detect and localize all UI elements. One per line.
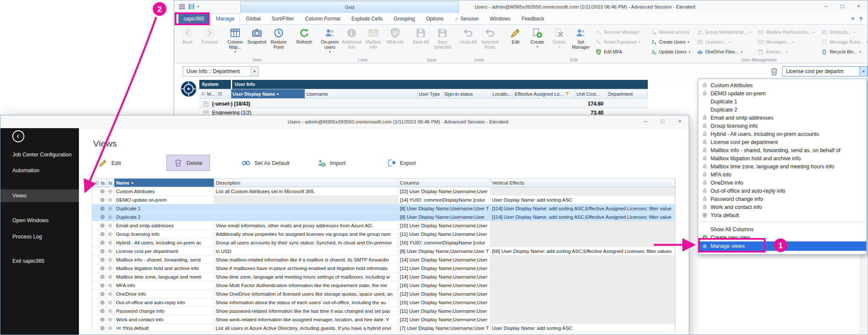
view-option-duplicate-2[interactable]: Duplicate 2	[698, 106, 866, 114]
view-option-demo-update-on-prem[interactable]: DEMO update on-prem	[698, 89, 866, 97]
ribbon-button-mfa-info[interactable]: MFA info	[384, 26, 406, 56]
view-option-ytria-default[interactable]: Ytria default	[698, 211, 866, 219]
tab-sort-filter[interactable]: Sort/Filter	[267, 14, 299, 24]
view-option-password-change-info[interactable]: Password change info	[698, 195, 866, 203]
view-command-manage-views[interactable]: Manage views	[698, 241, 866, 251]
views-table-row-email-and-smtp-addresses[interactable]: Email and smtp addressesView email infor…	[92, 221, 675, 230]
back-button[interactable]	[12, 130, 24, 142]
ribbon-button-licenses[interactable]: Licenses...▾	[695, 38, 753, 46]
ribbon-button-mailbox-permissions[interactable]: Mailbox Permissions...▾	[756, 28, 816, 36]
grid-column-unit-cost[interactable]: Unit Cost...	[575, 89, 607, 99]
view-option-custom-attributes[interactable]: Custom Attributes	[698, 81, 866, 89]
ribbon-button-selected-rows[interactable]: Selected Rows	[479, 26, 501, 56]
grid-column-user-type[interactable]: User Type	[417, 89, 443, 99]
grid-view-selector[interactable]: License cost per departm ▾	[782, 66, 868, 76]
views-column-is-2[interactable]: Is...	[107, 179, 114, 187]
views-column-icon-0[interactable]	[92, 179, 99, 187]
ribbon-button-onedrive-files[interactable]: OneDrive Files...▾	[695, 47, 753, 56]
department-view-selector[interactable]: User Info :: Department ▾	[183, 66, 259, 76]
close-button[interactable]: ×	[854, 2, 863, 11]
expand-icon[interactable]: +	[204, 111, 208, 115]
view-option-mfa-info[interactable]: MFA info	[698, 170, 866, 179]
ribbon-button-contacts[interactable]: Contacts...▾	[819, 28, 868, 36]
ribbon-button-edit[interactable]: Edit	[505, 26, 526, 56]
view-command-create-new-view[interactable]: Create new view	[698, 233, 866, 241]
sidebar-item-open-windows[interactable]: Open Windows	[0, 214, 79, 227]
views-table-row-out-of-office-and-auto-reply-info[interactable]: Out-of-office and auto-reply infoShow in…	[92, 298, 675, 307]
view-option-work-and-contact-info[interactable]: Work and contact info	[698, 203, 866, 211]
grid-column-effective-assigned-lic[interactable]: Effective Assigned Lic...	[513, 89, 575, 99]
ribbon-button-set-manager[interactable]: Set Manager	[570, 26, 591, 56]
expand-icon[interactable]: +	[204, 102, 208, 106]
grid-column-locatio[interactable]: Locatio...	[491, 89, 513, 99]
view-option-onedrive-info[interactable]: OneDrive info	[698, 179, 866, 187]
views-table-row-duplicate-1[interactable]: Duplicate 1[8] User Display Name;Usernam…	[92, 204, 675, 213]
maximize-button[interactable]: □	[838, 2, 847, 11]
views-table-row-demo-update-on-prem[interactable]: DEMO update on-prem[14] YUID: commonDisp…	[92, 196, 675, 204]
view-option-mailbox-info-shared-forwarding-send-as-on-behalf-of[interactable]: Mailbox info - shared, forwarding, send …	[698, 146, 866, 154]
sidebar-item-exit-sapio365[interactable]: Exit sapio365	[0, 255, 79, 267]
views-table-row-duplicate-2[interactable]: Duplicate 2[8] User Display Name;Usernam…	[92, 213, 675, 221]
ribbon-button-messages[interactable]: Messages...▾	[756, 38, 816, 46]
ribbon-button-update-users[interactable]: Update Users▾	[649, 47, 692, 56]
tab-windows[interactable]: Windows	[485, 14, 516, 24]
view-option-duplicate-1[interactable]: Duplicate 1	[698, 97, 866, 106]
views-table-row-work-and-contact-info[interactable]: Work and contact infoShow work-related i…	[92, 315, 675, 324]
ribbon-button-recycle-bin[interactable]: Recycle Bin...▾	[819, 47, 868, 56]
minimize-button[interactable]: –	[821, 2, 831, 11]
grid-navigator-icon[interactable]	[180, 80, 197, 97]
ribbon-button-edit-mfa[interactable]: Edit MFA	[594, 47, 642, 56]
view-option-license-cost-per-department[interactable]: License cost per department	[698, 138, 866, 146]
ribbon-button-forward[interactable]: Forward	[199, 26, 220, 56]
view-option-email-and-smtp-addresses[interactable]: Email and smtp addresses	[698, 114, 866, 122]
views-table-row-mailbox-info-shared-forwarding-send[interactable]: Mailbox info - shared, forwarding, sendS…	[92, 256, 675, 264]
ribbon-button-restore-point[interactable]: Restore Point	[268, 26, 289, 56]
views-table-row-mailbox-litigation-hold-and-archive-info[interactable]: Mailbox litigation hold and archive info…	[92, 264, 675, 273]
quick-access-columns-icon[interactable]	[188, 3, 195, 10]
grid-column-sign-in-status[interactable]: Sign-in status	[443, 89, 491, 99]
tab-manage[interactable]: Manage	[210, 13, 240, 25]
ribbon-button-undo-all[interactable]: Undo All	[457, 26, 479, 56]
tab-options[interactable]: Options	[421, 14, 449, 24]
ribbon-button-column-map[interactable]: Column Map...▾	[224, 26, 246, 56]
view-option-mailbox-time-zone-language-and-meeting-hours-info[interactable]: Mailbox time zone, language and meeting …	[698, 162, 866, 170]
minimize-button[interactable]: –	[641, 117, 650, 126]
restore-button[interactable]: □	[658, 117, 667, 126]
views-table-row-hybrid-all-users-including-on-prem-ac[interactable]: Hybrid - All users, including on-prem ac…	[92, 238, 675, 247]
collapse-ribbon-icon[interactable]: ^	[851, 16, 854, 22]
ribbon-button-additional-info[interactable]: Additional Info	[341, 26, 362, 56]
toolbar-export-button[interactable]: Export	[387, 155, 416, 171]
ribbon-button-on-prem-users[interactable]: On-prem users▾	[319, 26, 341, 56]
tab-column-format[interactable]: Column Format	[300, 14, 346, 24]
grid-column-icon-2[interactable]	[216, 89, 231, 99]
help-icon[interactable]: ?	[859, 16, 862, 22]
ribbon-button-create[interactable]: Create▾	[527, 26, 548, 56]
quick-access-dropdown-icon[interactable]: ▾	[197, 5, 199, 9]
views-column-name-3[interactable]: Name▲	[114, 179, 214, 187]
toolbar-edit-button[interactable]: Edit	[99, 155, 121, 171]
delete-view-icon[interactable]	[769, 67, 779, 76]
grid-column-m[interactable]: M...	[206, 89, 216, 99]
toolbar-import-button[interactable]: Import	[317, 155, 346, 171]
views-table-row-group-licensing-info[interactable]: Group licensing infoAdditionally show pr…	[92, 230, 675, 238]
view-option-hybrid-all-users-including-on-prem-accounts[interactable]: Hybrid - All users, including on-prem ac…	[698, 130, 866, 138]
toolbar-set-as-default-button[interactable]: Set As Default	[242, 155, 289, 171]
ribbon-button-back[interactable]: Back	[177, 26, 198, 56]
tab-grouping[interactable]: Grouping	[389, 14, 420, 24]
views-column-description-4[interactable]: Description	[214, 179, 398, 187]
views-table-row-ytria-default[interactable]: Ytria defaultList all users in Azure Act…	[92, 324, 675, 332]
views-column-columns-5[interactable]: Columns	[398, 179, 490, 187]
views-table-row-custom-attributes[interactable]: Custom AttributesList all Custom Attribu…	[92, 187, 675, 196]
grid-column-user-display-name[interactable]: User Display Name▲	[231, 89, 305, 99]
views-table-row-license-cost-per-department[interactable]: License cost per departmentin USD[8] Use…	[92, 247, 675, 256]
view-option-group-licensing-info[interactable]: Group licensing info	[698, 122, 866, 130]
ribbon-button-refresh[interactable]: Refresh	[294, 26, 315, 56]
ribbon-button-group-membership[interactable]: Group Membership...▾	[695, 28, 753, 36]
grid-group-row-unset-18-43[interactable]: +(-unset-) (18/43)174.60	[199, 100, 648, 109]
ribbon-button-reset-password[interactable]: Reset Password▾	[594, 38, 642, 46]
view-option-out-of-office-and-auto-reply-info[interactable]: Out-of-office and auto-reply info	[698, 187, 866, 195]
view-command-show-all-columns[interactable]: Show All Columns	[698, 225, 866, 233]
tab-session[interactable]: ✓Session	[450, 14, 484, 24]
views-table-row-password-change-info[interactable]: Password change infoShow password-relate…	[92, 307, 675, 315]
ribbon-button-save-selected[interactable]: Save Selected	[432, 26, 453, 56]
